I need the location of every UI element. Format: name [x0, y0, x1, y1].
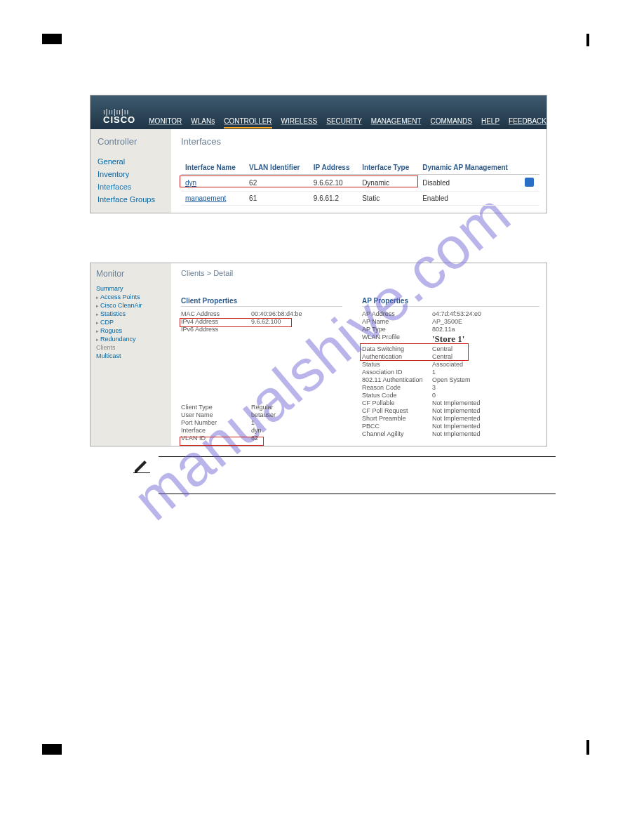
sidebar-item-cleanair[interactable]: Cisco CleanAir — [96, 301, 171, 310]
kv-ipv4-address: IPv4 Address9.6.62.100 — [181, 317, 342, 325]
note-icon — [133, 456, 152, 497]
col-ip-address: IP Address — [309, 161, 358, 175]
col-dynamic-ap-mgmt: Dynamic AP Management — [418, 161, 521, 175]
kv-cf-pollable: CF PollableNot Implemented — [362, 399, 539, 406]
page-content: ı|ıı|ıı|ıı CISCO MONITOR WLANs CONTROLLE… — [0, 0, 644, 788]
kv-authentication: AuthenticationCentral — [362, 352, 539, 360]
kv-client-type: Client TypeRegular — [181, 403, 342, 411]
note-block — [133, 456, 556, 497]
monitor-sidebar: Monitor Summary Access Points Cisco Clea… — [90, 263, 171, 446]
kv-pbcc: PBCCNot Implemented — [362, 422, 539, 430]
kv-cf-poll-request: CF Poll RequestNot Implemented — [362, 406, 539, 414]
nav-commands[interactable]: COMMANDS — [431, 117, 472, 125]
sidebar-item-multicast[interactable]: Multicast — [96, 352, 171, 360]
kv-ap-name: AP NameAP_3500E — [362, 317, 539, 325]
nav-monitor[interactable]: MONITOR — [149, 117, 182, 125]
sidebar-item-interface-groups[interactable]: Interface Groups — [98, 193, 171, 206]
nav-controller[interactable]: CONTROLLER — [224, 117, 271, 128]
sidebar-item-redundancy[interactable]: Redundancy — [96, 335, 171, 343]
controller-sidebar: Controller General Inventory Interfaces … — [90, 129, 171, 213]
page-corner-br — [586, 740, 589, 755]
page-corner-tl — [42, 34, 62, 44]
link-dyn[interactable]: dyn — [185, 179, 196, 187]
sidebar-item-cdp[interactable]: CDP — [96, 318, 171, 326]
nav-feedback[interactable]: FEEDBACK — [509, 117, 546, 125]
sidebar-item-general[interactable]: General — [98, 155, 171, 168]
cisco-logo-bars: ı|ıı|ıı|ıı — [103, 110, 149, 114]
col-vlan-id: VLAN Identifier — [245, 161, 309, 175]
kv-vlan-id: VLAN ID62 — [181, 434, 342, 442]
kv-ap-type: AP Type802.11a — [362, 325, 539, 333]
page-title-client-detail: Clients > Detail — [181, 269, 539, 277]
kv-ap-address: AP Addresso4:7d:4f:53:24:e0 — [362, 310, 539, 317]
page-corner-bl — [42, 744, 62, 755]
sidebar-title: Controller — [98, 136, 171, 147]
kv-status: StatusAssociated — [362, 360, 539, 368]
kv-channel-agility: Channel AgilityNot Implemented — [362, 430, 539, 437]
sidebar-title-monitor: Monitor — [96, 269, 171, 279]
cisco-logo-word: CISCO — [103, 114, 149, 125]
cisco-logo: ı|ıı|ıı|ıı CISCO — [90, 107, 149, 129]
client-detail-main: Clients > Detail Client Properties MAC A… — [171, 263, 546, 446]
sidebar-item-rogues[interactable]: Rogues — [96, 326, 171, 335]
row-action-button[interactable] — [525, 178, 534, 187]
interfaces-table: Interface Name VLAN Identifier IP Addres… — [181, 161, 539, 206]
cisco-header: ı|ıı|ıı|ıı CISCO MONITOR WLANs CONTROLLE… — [90, 95, 546, 129]
kv-short-preamble: Short PreambleNot Implemented — [362, 414, 539, 422]
nav-security[interactable]: SECURITY — [326, 117, 362, 125]
col-interface-type: Interface Type — [358, 161, 418, 175]
kv-port-number: Port Number1 — [181, 418, 342, 426]
cell-ip: 9.6.62.10 — [309, 175, 358, 192]
cell-type: Static — [358, 192, 418, 206]
sidebar-item-clients[interactable]: Clients — [96, 343, 171, 352]
link-management[interactable]: management — [185, 194, 226, 202]
cell-mgmt: Disabled — [418, 175, 521, 192]
sidebar-item-access-points[interactable]: Access Points — [96, 293, 171, 301]
cell-mgmt: Enabled — [418, 192, 521, 206]
kv-interface: Interfacedyn — [181, 426, 342, 434]
screenshot-client-detail: Monitor Summary Access Points Cisco Clea… — [90, 263, 547, 446]
kv-wlan-profile: WLAN Profile'Store 1' — [362, 333, 539, 345]
note-separator-top — [159, 456, 556, 457]
client-properties-column: Client Properties MAC Address00:40:96:b8… — [181, 297, 342, 442]
sidebar-item-summary[interactable]: Summary — [96, 284, 171, 293]
cisco-top-nav: MONITOR WLANs CONTROLLER WIRELESS SECURI… — [149, 117, 546, 129]
kv-data-switching: Data SwitchingCentral — [362, 345, 539, 352]
nav-wlans[interactable]: WLANs — [191, 117, 215, 125]
screenshot-interfaces: ı|ıı|ıı|ıı CISCO MONITOR WLANs CONTROLLE… — [90, 95, 547, 213]
sidebar-item-interfaces[interactable]: Interfaces — [98, 180, 171, 193]
interfaces-main: Interfaces Interface Name VLAN Identifie… — [171, 129, 546, 213]
cell-type: Dynamic — [358, 175, 418, 192]
cell-vlan: 61 — [245, 192, 309, 206]
client-properties-heading: Client Properties — [181, 297, 342, 307]
kv-reason-code: Reason Code3 — [362, 383, 539, 391]
nav-management[interactable]: MANAGEMENT — [371, 117, 422, 125]
sidebar-item-inventory[interactable]: Inventory — [98, 168, 171, 180]
ap-properties-column: AP Properties AP Addresso4:7d:4f:53:24:e… — [362, 297, 539, 442]
sidebar-item-statistics[interactable]: Statistics — [96, 310, 171, 318]
cell-vlan: 62 — [245, 175, 309, 192]
kv-user-name: User Namebetauser — [181, 411, 342, 418]
note-separator-bottom — [159, 494, 556, 494]
cell-ip: 9.6.61.2 — [309, 192, 358, 206]
page-title-interfaces: Interfaces — [181, 136, 539, 147]
kv-association-id: Association ID1 — [362, 368, 539, 376]
table-row: dyn 62 9.6.62.10 Dynamic Disabled — [181, 175, 539, 192]
kv-status-code: Status Code0 — [362, 391, 539, 399]
kv-80211-auth: 802.11 AuthenticationOpen System — [362, 376, 539, 383]
col-interface-name: Interface Name — [181, 161, 245, 175]
ap-properties-heading: AP Properties — [362, 297, 539, 307]
table-row: management 61 9.6.61.2 Static Enabled — [181, 192, 539, 206]
nav-help[interactable]: HELP — [481, 117, 499, 125]
kv-ipv6-address: IPv6 Address — [181, 325, 342, 333]
kv-mac-address: MAC Address00:40:96:b8:d4:be — [181, 310, 342, 317]
page-corner-tr — [586, 34, 589, 46]
nav-wireless[interactable]: WIRELESS — [281, 117, 318, 125]
